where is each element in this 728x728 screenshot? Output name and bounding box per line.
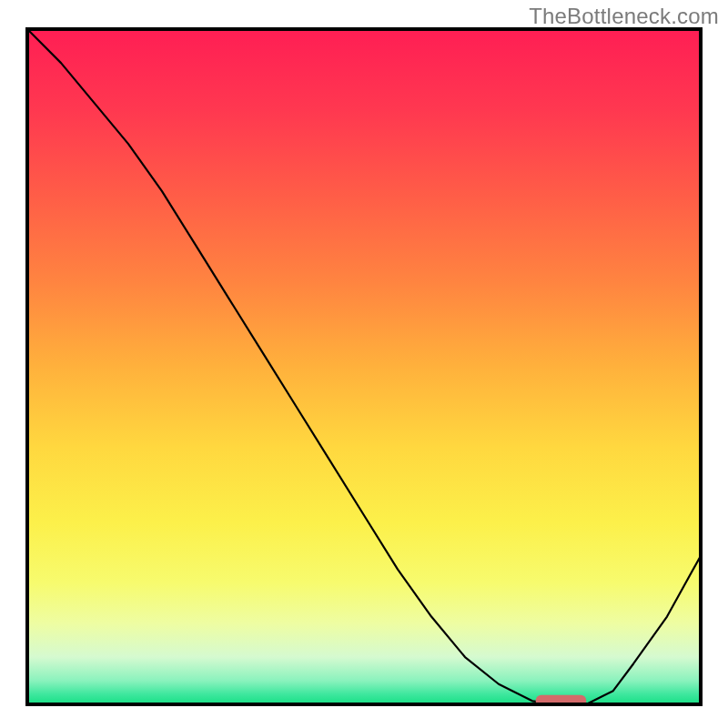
plot-area — [25, 27, 703, 706]
chart-svg — [25, 27, 703, 706]
gradient-panel — [27, 29, 701, 704]
chart-container: TheBottleneck.com — [0, 0, 728, 728]
watermark-label: TheBottleneck.com — [529, 4, 719, 29]
